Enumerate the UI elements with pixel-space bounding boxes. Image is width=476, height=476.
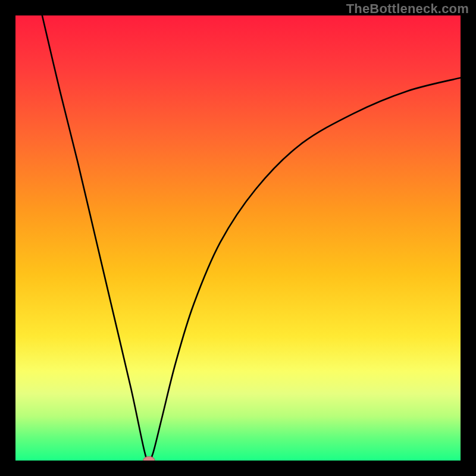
chart-frame: TheBottleneck.com [0, 0, 476, 476]
plot-area [15, 15, 461, 461]
gradient-background [15, 15, 461, 461]
watermark-text: TheBottleneck.com [346, 1, 469, 17]
plot-svg [15, 15, 461, 461]
